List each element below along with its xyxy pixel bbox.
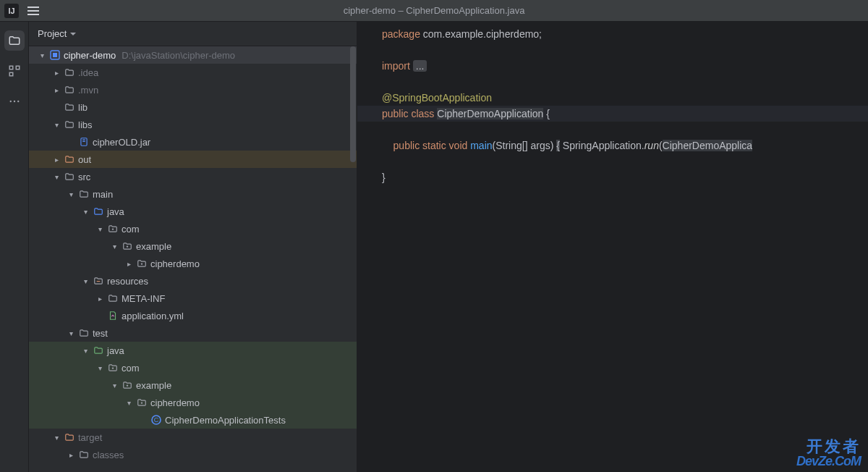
chevron-icon[interactable]: ▾: [95, 364, 104, 372]
project-tree[interactable]: ▾ cipher-demo D:\javaStation\cipher-demo…: [29, 46, 357, 472]
project-panel: Project ▾ cipher-demo D:\javaStation\cip…: [29, 22, 357, 472]
tree-item-ex2[interactable]: ▾example: [29, 376, 357, 394]
svg-point-5: [17, 101, 19, 102]
tree-item-ex1[interactable]: ▾example: [29, 237, 357, 255]
chevron-icon[interactable]: ▸: [52, 86, 61, 94]
folder-test-icon: [93, 345, 104, 356]
chevron-down-icon[interactable]: ▾: [38, 51, 46, 59]
chevron-icon[interactable]: ▾: [124, 399, 133, 407]
chevron-icon[interactable]: ▾: [52, 173, 61, 181]
chevron-icon[interactable]: ▸: [124, 260, 133, 268]
package-icon: [107, 223, 119, 235]
more-tools-button[interactable]: [4, 91, 25, 111]
tree-item-cd1[interactable]: ▸cipherdemo: [29, 255, 357, 272]
tree-item-meta[interactable]: ▸META-INF: [29, 290, 357, 307]
jar-icon: [78, 136, 90, 148]
tree-item-label: .mvn: [78, 85, 98, 96]
folder-orange-icon: [64, 431, 75, 443]
chevron-icon[interactable]: ▸: [95, 295, 104, 303]
chevron-icon[interactable]: ▾: [52, 434, 61, 442]
tree-item-out[interactable]: ▸out: [29, 151, 357, 168]
chevron-icon[interactable]: ▾: [81, 347, 90, 355]
tree-item-tests[interactable]: CCipherDemoApplicationTests: [29, 411, 357, 429]
watermark: 开发者 DevZe.CoM: [796, 439, 861, 468]
svg-rect-7: [53, 53, 57, 57]
chevron-down-icon: [69, 30, 77, 38]
chevron-icon[interactable]: ▾: [110, 382, 119, 389]
tree-item-cd2[interactable]: ▾cipherdemo: [29, 394, 357, 411]
svg-text:C: C: [154, 416, 159, 423]
tree-item-java1[interactable]: ▾java: [29, 203, 357, 220]
tree-root[interactable]: ▾ cipher-demo D:\javaStation\cipher-demo: [29, 46, 357, 64]
code-editor[interactable]: package com.example.cipherdemo; import .…: [357, 22, 868, 472]
class-icon: C: [150, 414, 162, 426]
tree-item-label: com: [122, 224, 140, 235]
folder-src-icon: [93, 206, 104, 217]
package-icon: [122, 240, 133, 252]
tree-item-com2[interactable]: ▾com: [29, 359, 357, 376]
tree-scrollbar[interactable]: [349, 46, 357, 472]
folder-icon: [64, 119, 75, 130]
chevron-icon[interactable]: ▾: [110, 243, 119, 250]
tree-item-label: example: [136, 241, 171, 252]
chevron-icon[interactable]: ▾: [67, 190, 75, 198]
tree-item-label: lib: [78, 102, 88, 113]
tree-item-cipherold[interactable]: cipherOLD.jar: [29, 133, 357, 151]
tree-item-label: java: [107, 345, 124, 356]
tree-item-test[interactable]: ▾test: [29, 324, 357, 342]
tree-root-path: D:\javaStation\cipher-demo: [122, 50, 235, 61]
tree-item-label: .idea: [78, 67, 98, 78]
tree-root-name: cipher-demo: [64, 50, 116, 61]
tree-item-target[interactable]: ▾target: [29, 429, 357, 446]
tree-item-classes[interactable]: ▸classes: [29, 446, 357, 463]
svg-rect-0: [9, 66, 13, 69]
tree-item-com1[interactable]: ▾com: [29, 220, 357, 237]
package-icon: [122, 379, 133, 391]
tree-item-label: out: [78, 154, 91, 165]
app-logo: IJ: [4, 4, 19, 18]
folder-icon: [64, 84, 75, 96]
project-panel-header[interactable]: Project: [29, 22, 357, 46]
folder-icon: [78, 449, 90, 460]
tree-item-idea[interactable]: ▸.idea: [29, 64, 357, 81]
tree-item-mvn[interactable]: ▸.mvn: [29, 81, 357, 98]
tree-item-res[interactable]: ▾resources: [29, 272, 357, 290]
tree-item-main[interactable]: ▾main: [29, 185, 357, 203]
chevron-icon[interactable]: ▸: [67, 451, 75, 459]
tree-item-label: classes: [93, 450, 124, 460]
fold-imports[interactable]: ...: [413, 60, 427, 72]
folder-icon: [64, 67, 75, 78]
svg-point-14: [141, 402, 142, 403]
chevron-icon[interactable]: ▾: [67, 329, 75, 337]
folder-icon: [78, 188, 90, 200]
svg-point-9: [112, 228, 114, 229]
svg-rect-1: [16, 66, 20, 69]
chevron-icon[interactable]: ▾: [52, 121, 61, 129]
project-tool-button[interactable]: [4, 30, 25, 51]
tree-item-java2[interactable]: ▾java: [29, 342, 357, 359]
chevron-icon[interactable]: ▾: [95, 225, 104, 233]
package-icon: [136, 397, 148, 408]
tree-item-label: example: [136, 380, 171, 391]
chevron-icon[interactable]: ▾: [81, 277, 90, 285]
tree-item-yml[interactable]: application.yml: [29, 307, 357, 324]
tree-item-label: com: [122, 363, 140, 374]
tool-rail: [0, 22, 29, 472]
window-title: cipher-demo – CipherDemoApplication.java: [344, 5, 525, 16]
title-bar: IJ cipher-demo – CipherDemoApplication.j…: [0, 0, 868, 22]
chevron-icon[interactable]: ▾: [81, 208, 90, 216]
tree-item-label: java: [107, 206, 124, 217]
tree-item-lib[interactable]: lib: [29, 98, 357, 116]
main-menu-button[interactable]: [27, 7, 39, 15]
folder-icon: [64, 171, 75, 182]
tree-item-label: cipherdemo: [150, 258, 200, 269]
svg-point-3: [9, 101, 11, 102]
tree-item-libs[interactable]: ▾libs: [29, 116, 357, 133]
package-icon: [107, 362, 119, 374]
structure-tool-button[interactable]: [4, 61, 25, 81]
tree-item-label: CipherDemoApplicationTests: [165, 415, 286, 426]
svg-point-11: [141, 263, 142, 264]
chevron-icon[interactable]: ▸: [52, 156, 61, 164]
chevron-icon[interactable]: ▸: [52, 69, 61, 77]
tree-item-src[interactable]: ▾src: [29, 168, 357, 185]
